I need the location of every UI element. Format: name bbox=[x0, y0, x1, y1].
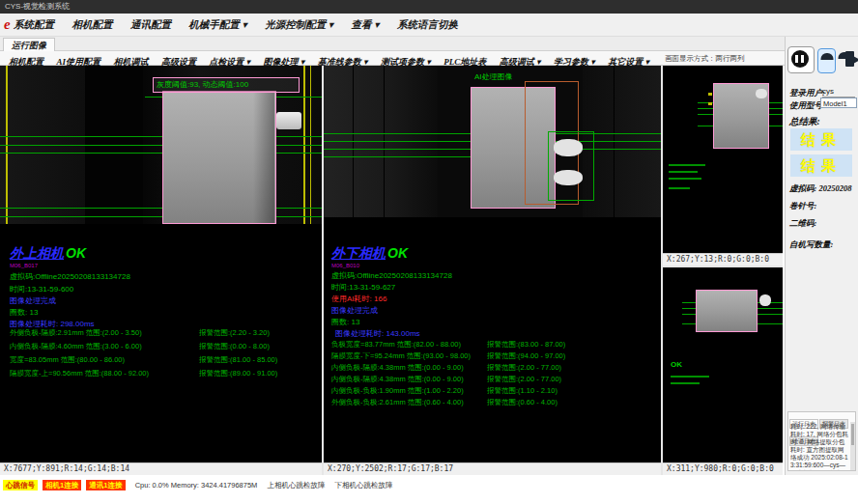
camera-image-small-bottom[interactable]: OK bbox=[663, 267, 783, 462]
menu-light-config[interactable]: 光源控制配置 ▾ bbox=[265, 18, 333, 32]
measurement-value: 外侧负极-负极:2.61mm 范围:(0.60 - 4.00) bbox=[331, 398, 464, 407]
yellow-marker bbox=[708, 93, 712, 96]
measurement-alarm: 报警范围:(89.00 - 91.00) bbox=[199, 369, 277, 378]
comm-link-badge: 通讯1连接 bbox=[86, 480, 125, 490]
pause-button[interactable] bbox=[787, 46, 815, 73]
part-edge-shade bbox=[253, 92, 274, 223]
measurement-alarm: 报警范围:(0.60 - 4.00) bbox=[487, 398, 558, 407]
pixel-coords-readout: X:7677;Y:891;R:14;G:14;B:14 bbox=[0, 462, 322, 475]
app-logo-icon: e bbox=[4, 16, 11, 33]
tiny-log-line bbox=[669, 178, 701, 180]
measurement-alarm: 报警范围:(1.10 - 2.10) bbox=[487, 386, 558, 396]
loop-count-line: 圈数: 13 bbox=[331, 317, 359, 327]
bright-feature bbox=[554, 139, 583, 156]
camera-image-lower[interactable]: AI处理图像 bbox=[324, 66, 661, 217]
measurement-alarm: 报警范围:(81.00 - 85.00) bbox=[199, 355, 277, 365]
menubar: e 系统配置 相机配置 通讯配置 机械手配置 ▾ 光源控制配置 ▾ 查看 ▾ 系… bbox=[0, 14, 858, 37]
menu-language-switch[interactable]: 系统语言切换 bbox=[397, 18, 458, 32]
measurement-value: 内侧负极-负极:1.90mm 范围:(1.00 - 2.20) bbox=[331, 386, 464, 396]
pause-icon bbox=[791, 50, 809, 68]
status-bar: 心跳信号 相机1连接 通讯1连接 Cpu: 0.0% Memory: 3424.… bbox=[0, 480, 858, 492]
cpu-memory-readout: Cpu: 0.0% Memory: 3424.41796875M bbox=[135, 480, 258, 490]
measurement-alarm: 报警范围:(0.00 - 8.00) bbox=[199, 342, 270, 351]
detected-part bbox=[696, 290, 758, 332]
user-account-button[interactable] bbox=[817, 48, 836, 73]
measure-line-green bbox=[324, 156, 471, 157]
virtual-code-line: 虚拟码:Offline20250208133134728 bbox=[10, 271, 130, 282]
result-display-2: 结果 bbox=[790, 154, 852, 177]
write-count-label: 自机写数量: bbox=[789, 239, 833, 251]
ai-time-line: 使用AI耗时: 166 bbox=[331, 294, 386, 304]
needle-number-label: 卷针号: bbox=[789, 201, 816, 212]
tab-strip: 运行图像 bbox=[0, 37, 858, 51]
virtual-code-label: 虚拟码: 20250208 bbox=[789, 183, 851, 195]
process-time-line: 图像处理耗时: 143.00ms bbox=[335, 328, 420, 339]
menu-comm-config[interactable]: 通讯配置 bbox=[130, 18, 171, 32]
result-ok-badge: OK bbox=[66, 245, 86, 261]
bright-feature bbox=[759, 294, 771, 306]
pixel-coords-readout: X:311;Y:980;R:0;G:0;B:0 bbox=[663, 462, 783, 475]
tiny-log-line bbox=[669, 187, 690, 189]
camera-sub-label: M06_B017 bbox=[10, 263, 38, 268]
measurement-row: 宽度=83.05mm 范围:(80.00 - 86.00) 报警范围:(81.0… bbox=[6, 355, 322, 367]
menu-view[interactable]: 查看 ▾ bbox=[352, 18, 380, 32]
log-scroll-thumb[interactable] bbox=[851, 424, 854, 445]
lower-camera-fault-text: 下相机心跳检故障 bbox=[335, 480, 393, 490]
measurement-value: 负极宽度=83.77mm 范围:(82.00 - 88.00) bbox=[331, 340, 461, 350]
camera-image-small-top[interactable] bbox=[663, 66, 783, 253]
camera-view-lower[interactable]: AI处理图像 外下相机OK M06_B010 虚拟码:Offline202502… bbox=[324, 66, 661, 475]
camera-result-title: 外下相机OK bbox=[331, 245, 408, 263]
log-panel[interactable]: 运行日志报警日志错误日志 耗时: 222, 网络传输耗时: 17, 网络分包耗时… bbox=[787, 411, 856, 471]
camera-view-small-bottom[interactable]: OK X:311;Y:980;R:0;G:0;B:0 bbox=[663, 267, 783, 475]
tiny-log-line bbox=[671, 376, 709, 378]
process-done-line: 图像处理完成 bbox=[331, 305, 378, 316]
measurement-row: 内侧负极-隔膜:4.38mm 范围:(0.00 - 9.00) 报警范围:(2.… bbox=[329, 375, 661, 386]
camera-view-small-top[interactable]: X:267;Y:13;R:0;G:0;B:0 bbox=[663, 66, 783, 266]
measurement-alarm: 报警范围:(2.20 - 3.20) bbox=[199, 328, 270, 338]
toolbar: 相机配置 AI使用配置 相机调试 高级设置 点检设置 ▾ 图像处理 ▾ 基准线参… bbox=[0, 51, 785, 66]
measurement-row: 外侧负极-隔膜:2.91mm 范围:(2.00 - 3.50) 报警范围:(2.… bbox=[6, 328, 322, 340]
camera-image-upper[interactable]: 灰度阈值:93, 动态阈值:100 bbox=[0, 66, 322, 224]
menu-robot-config[interactable]: 机械手配置 ▾ bbox=[188, 18, 246, 32]
camera-sub-label: M06_B010 bbox=[331, 263, 359, 268]
bright-feature bbox=[554, 170, 583, 185]
log-text: 耗时: 222, 网络传输耗时: 17, 网络分包耗时: 0, 网络提取分包耗时… bbox=[790, 423, 850, 471]
upper-camera-fault-text: 上相机心跳检故障 bbox=[267, 480, 325, 490]
measurement-value: 隔膜宽度-上=90.56mm 范围:(88.00 - 92.00) bbox=[10, 369, 149, 378]
window-titlebar: CYS-视觉检测系统 bbox=[0, 0, 858, 14]
tiny-log-line bbox=[671, 382, 700, 384]
measurement-row: 内侧负极-负极:1.90mm 范围:(1.00 - 2.20) 报警范围:(1.… bbox=[329, 386, 661, 398]
measurement-value: 隔膜宽度-下=95.24mm 范围:(93.00 - 98.00) bbox=[331, 351, 471, 361]
menu-system-config[interactable]: 系统配置 bbox=[14, 18, 54, 32]
measurement-value: 内侧负极-隔膜:4.60mm 范围:(3.00 - 6.00) bbox=[10, 342, 142, 351]
ai-image-overlay-label: AI处理图像 bbox=[474, 71, 513, 82]
measurement-alarm: 报警范围:(2.00 - 77.00) bbox=[487, 363, 561, 373]
measurement-row: 隔膜宽度-下=95.24mm 范围:(93.00 - 98.00) 报警范围:(… bbox=[329, 351, 661, 363]
menu-camera-config[interactable]: 相机配置 bbox=[72, 18, 112, 32]
control-sidebar: 登录用户: cys 使用型号: Model1 总结果: 结果 结果 虚拟码: 2… bbox=[785, 37, 858, 475]
tiny-log-line bbox=[669, 171, 698, 173]
log-scrollbar[interactable] bbox=[850, 422, 855, 470]
tab-run-image[interactable]: 运行图像 bbox=[3, 38, 55, 52]
display-mode-label: 画面显示方式：两行两列 bbox=[665, 54, 745, 64]
tiny-log-line bbox=[669, 164, 705, 166]
time-line: 时间:13-31-59-627 bbox=[331, 282, 395, 293]
time-line: 时间:13-31-59-600 bbox=[10, 284, 73, 294]
measurement-alarm: 报警范围:(2.00 - 77.00) bbox=[487, 375, 561, 384]
model-value-field[interactable]: Model1 bbox=[820, 98, 857, 108]
measurement-value: 宽度=83.05mm 范围:(80.00 - 86.00) bbox=[10, 355, 125, 365]
login-user-value[interactable]: cys bbox=[822, 87, 855, 98]
measurement-value: 外侧负极-隔膜:2.91mm 范围:(2.00 - 3.50) bbox=[10, 328, 142, 338]
result-ok-badge: OK bbox=[671, 360, 682, 369]
virtual-code-line: 虚拟码:Offline20250208133134728 bbox=[331, 270, 452, 281]
process-done-line: 图像处理完成 bbox=[10, 295, 56, 306]
logout-button[interactable] bbox=[842, 48, 858, 71]
camera-view-upper[interactable]: 灰度阈值:93, 动态阈值:100 外上相机OK M06_B017 虚拟码:Of… bbox=[0, 66, 322, 475]
result-display-1: 结果 bbox=[790, 128, 852, 151]
camera-result-title: 外上相机OK bbox=[10, 245, 86, 263]
connector-tab bbox=[276, 112, 301, 129]
measurement-row: 内侧负极-隔膜:4.60mm 范围:(3.00 - 6.00) 报警范围:(0.… bbox=[6, 342, 322, 353]
camera-name: 外上相机 bbox=[10, 245, 64, 261]
measurement-row: 负极宽度=83.77mm 范围:(82.00 - 88.00) 报警范围:(83… bbox=[329, 340, 661, 351]
total-result-label: 总结果: bbox=[789, 116, 820, 128]
